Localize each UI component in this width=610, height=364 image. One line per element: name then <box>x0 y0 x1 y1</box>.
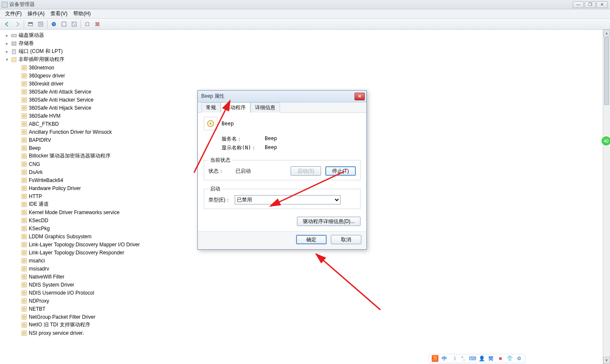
menu-view[interactable]: 查看(V) <box>48 9 70 18</box>
tray-moon-icon[interactable]: ☽ <box>450 355 457 362</box>
tree-item-label: Bitlocker 驱动器加密筛选器驱动程序 <box>29 152 111 160</box>
ok-button[interactable]: 确定 <box>296 235 327 244</box>
svg-point-60 <box>24 171 25 172</box>
gear-icon <box>21 137 27 143</box>
tree-item-label: LDDM Graphics Subsystem <box>29 234 92 240</box>
tree-item[interactable]: NDProxy <box>3 297 610 305</box>
tray-settings-icon[interactable]: ⚙ <box>516 355 522 362</box>
tree-item[interactable]: NetGroup Packet Filter Driver <box>3 313 610 321</box>
gear-icon <box>21 65 27 71</box>
svg-point-93 <box>24 260 25 261</box>
startup-legend: 启动 <box>208 185 222 193</box>
device-manager-window: 设备管理器 — ❐ ✕ 文件(F) 操作(A) 查看(V) 帮助(H) ? ▸磁… <box>0 0 610 364</box>
tree-item[interactable]: msahci <box>3 256 610 265</box>
expander-icon[interactable]: ▾ <box>4 57 9 62</box>
titlebar: 设备管理器 — ❐ ✕ <box>0 0 610 9</box>
gear-icon <box>204 117 217 130</box>
uninstall-button[interactable] <box>93 19 102 29</box>
tree-item[interactable]: NETBT <box>3 305 610 313</box>
dialog-close-button[interactable]: ✕ <box>355 93 365 100</box>
tree-item[interactable]: NSI proxy service driver. <box>3 329 610 337</box>
vertical-scrollbar[interactable]: ▲ ▼ <box>603 30 610 364</box>
scan-button[interactable] <box>59 19 69 29</box>
svg-rect-7 <box>62 22 66 26</box>
gear-icon <box>21 258 27 264</box>
tab-driver[interactable]: 驱动程序 <box>221 102 250 113</box>
gear-icon <box>21 218 27 223</box>
gear-icon <box>21 274 27 280</box>
tray-shirt-icon[interactable]: 👕 <box>506 355 513 362</box>
svg-rect-14 <box>12 42 16 45</box>
tree-category[interactable]: ▾非即插即用驱动程序 <box>3 55 610 63</box>
category-label: 存储卷 <box>19 40 34 47</box>
tray-ime-simp[interactable]: 简 <box>488 355 494 362</box>
gear-icon <box>21 89 27 95</box>
tree-item[interactable]: 360qpesv driver <box>3 72 610 80</box>
svg-point-54 <box>24 155 25 156</box>
tab-general[interactable]: 常规 <box>201 102 221 113</box>
scroll-down-button[interactable]: ▼ <box>603 357 610 364</box>
tree-item[interactable]: NDIS Usermode I/O Protocol <box>3 289 610 297</box>
tray-ime-lang[interactable]: 中 <box>441 355 448 362</box>
tree-item[interactable]: NetIO 旧 TDI 支持驱动程序 <box>3 321 610 329</box>
minimize-button[interactable]: — <box>573 1 584 8</box>
forward-button[interactable] <box>13 19 22 29</box>
driver-details-button[interactable]: 驱动程序详细信息(D)... <box>297 217 360 226</box>
gear-icon <box>21 234 27 240</box>
start-button[interactable]: 启动(S) <box>291 166 321 176</box>
tray-icon-logo[interactable]: 万 <box>432 355 438 362</box>
scroll-thumb[interactable] <box>604 37 609 105</box>
properties-button[interactable] <box>36 19 45 29</box>
menu-action[interactable]: 操作(A) <box>25 9 47 18</box>
svg-point-122 <box>210 123 212 125</box>
tree-category[interactable]: ▸端口 (COM 和 LPT) <box>3 47 610 55</box>
svg-point-51 <box>24 147 25 148</box>
tray-punct-icon[interactable]: °, <box>460 355 466 362</box>
tree-category[interactable]: ▸存储卷 <box>3 39 610 47</box>
back-button[interactable] <box>3 19 12 29</box>
gear-icon <box>21 210 27 215</box>
maximize-button[interactable]: ❐ <box>585 1 596 8</box>
tree-item[interactable]: NativeWifi Filter <box>3 273 610 281</box>
menu-help[interactable]: 帮助(H) <box>71 9 93 18</box>
svg-point-39 <box>24 115 25 116</box>
gear-icon <box>21 201 27 207</box>
tree-item[interactable]: msisadrv <box>3 265 610 273</box>
tree-item-label: Link-Layer Topology Discovery Mapper I/O… <box>29 242 140 248</box>
update-driver-button[interactable] <box>83 19 92 29</box>
show-hidden-button[interactable] <box>26 19 35 29</box>
scroll-up-button[interactable]: ▲ <box>603 30 610 37</box>
svg-point-69 <box>24 196 25 196</box>
tree-item[interactable]: NDIS System Driver <box>3 281 610 289</box>
side-badge[interactable]: 40 <box>601 135 610 146</box>
expander-icon[interactable]: ▸ <box>4 49 9 54</box>
tray-camera-icon[interactable]: ■ <box>497 355 504 362</box>
tree-category[interactable]: ▸磁盘驱动器 <box>3 31 610 39</box>
stop-button[interactable]: 停止(T) <box>325 166 356 176</box>
expander-icon[interactable]: ▸ <box>4 41 9 46</box>
gear-icon <box>21 298 27 304</box>
menu-file[interactable]: 文件(F) <box>3 9 24 18</box>
tray-keyboard-icon[interactable]: ⌨ <box>469 355 476 362</box>
refresh-button[interactable] <box>69 19 79 29</box>
gear-icon <box>21 306 27 312</box>
svg-point-111 <box>24 308 25 309</box>
close-button[interactable]: ✕ <box>596 1 607 8</box>
cancel-button[interactable]: 取消 <box>331 235 361 244</box>
service-name-value: Beep <box>265 135 277 143</box>
expander-icon[interactable]: ▸ <box>4 33 9 38</box>
svg-rect-1 <box>28 22 33 24</box>
properties-dialog: Beep 属性 ✕ 常规 驱动程序 详细信息 Beep 服务名： Beep 显示… <box>197 90 367 250</box>
tab-details[interactable]: 详细信息 <box>250 102 280 113</box>
help-button[interactable]: ? <box>49 19 58 29</box>
tray-user-icon[interactable]: 👤 <box>478 355 485 362</box>
tree-item-label: NETBT <box>29 306 45 312</box>
dialog-titlebar[interactable]: Beep 属性 ✕ <box>198 91 366 102</box>
gear-icon <box>21 250 27 256</box>
tree-item-label: 360netmon <box>29 65 54 71</box>
startup-type-select[interactable]: 已禁用 <box>235 195 341 204</box>
tree-item[interactable]: 360reskit driver <box>3 80 610 88</box>
tree-item-label: IDE 通道 <box>29 201 49 208</box>
svg-point-16 <box>14 50 14 51</box>
tree-item[interactable]: 360netmon <box>3 63 610 72</box>
